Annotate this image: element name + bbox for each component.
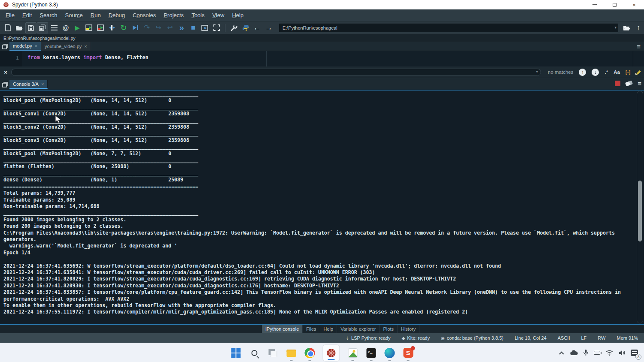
regex-toggle-icon[interactable]: .* [605,69,608,75]
kite-icon: ◆ [402,336,405,341]
working-directory-input[interactable] [279,24,618,32]
hidden-icons-chevron-icon[interactable] [559,351,564,356]
close-tab-icon[interactable]: × [84,44,87,49]
continue-execution-icon[interactable]: » [176,22,187,33]
tab-ipython-console[interactable]: IPython console [262,325,303,333]
run-external-icon[interactable] [199,22,210,33]
spyder-taskbar-icon[interactable] [323,345,340,361]
search-input[interactable] [11,69,541,76]
tab-youtube-video-py[interactable]: youtube_video.py × [41,42,91,51]
find-symbols-icon[interactable]: @ [60,22,71,33]
menu-source[interactable]: Source [61,10,87,20]
minimize-button[interactable] [585,0,605,9]
menu-debug[interactable]: Debug [105,10,129,20]
notification-count-badge[interactable]: 3 [635,354,641,360]
clear-console-icon[interactable] [625,81,633,87]
close-find-icon[interactable]: × [0,69,11,75]
line-ending: LF [581,335,586,341]
menu-edit[interactable]: Edit [18,10,36,20]
chrome-icon[interactable] [305,348,315,358]
save-file-icon[interactable] [25,22,36,33]
edge-icon[interactable] [385,348,395,358]
debug-file-icon[interactable] [130,22,141,33]
browse-tabs-icon[interactable] [0,80,9,89]
whole-word-toggle-icon[interactable]: [-] [626,69,631,75]
terminal-icon[interactable]: >_ [366,348,377,358]
find-bar: × ▾ no matches ↑ ↓ .* Aa [-] [0,66,644,78]
outline-icon[interactable] [49,22,60,33]
close-button[interactable]: × [624,0,644,9]
menu-help[interactable]: Help [228,10,247,20]
tab-plots[interactable]: Plots [380,325,397,333]
editor-options-icon[interactable]: ≡ [637,43,641,50]
search-icon[interactable] [249,348,260,358]
menu-file[interactable]: File [2,10,18,20]
menu-tools[interactable]: Tools [188,10,208,20]
screen: { "window": { "title": "Spyder (Python 3… [0,0,644,362]
s-app-icon[interactable]: S [403,348,413,358]
tab-files[interactable]: Files [303,325,320,333]
rerun-icon[interactable]: ↻ [118,22,129,33]
run-cell-icon[interactable] [83,22,94,33]
find-next-icon[interactable]: ↓ [592,69,599,76]
tab-label: Console 3/A [13,81,39,87]
ipython-console-output[interactable]: ________________________________________… [0,90,644,325]
save-all-icon[interactable] [37,22,48,33]
start-button-icon[interactable] [231,348,241,358]
onedrive-cloud-icon[interactable] [570,350,578,356]
menu-projects[interactable]: Projects [160,10,188,20]
notification-dot [410,346,415,350]
highlight-matches-icon[interactable] [635,69,641,75]
forward-icon[interactable]: → [263,22,274,33]
console-scrollbar[interactable] [637,91,643,323]
preferences-wrench-icon[interactable] [228,22,240,33]
step-out-icon[interactable]: ↩ [164,22,176,33]
tab-help[interactable]: Help [320,325,337,333]
status-bar: ⇣LSP Python: ready ◆Kite: ready ◉conda: … [0,333,644,343]
parent-directory-icon[interactable]: ↑ [633,22,644,33]
maximize-button[interactable] [605,0,624,9]
maximize-pane-icon[interactable] [211,22,222,33]
run-selection-icon[interactable] [106,22,118,33]
wifi-icon[interactable] [606,350,613,356]
find-previous-icon[interactable]: ↑ [579,69,586,76]
browse-directory-icon[interactable] [621,22,632,33]
open-file-icon[interactable] [14,22,25,33]
new-file-icon[interactable] [2,22,13,33]
console-options-icon[interactable]: ≡ [638,80,641,87]
menu-search[interactable]: Search [36,10,61,20]
file-permissions: RW [598,335,605,341]
tab-model-py[interactable]: model.py × [9,42,41,51]
tab-variable-explorer[interactable]: Variable explorer [337,325,380,333]
system-tray [561,343,638,362]
microphone-icon[interactable] [583,350,588,356]
tab-console-3a[interactable]: Console 3/A × [9,80,48,89]
task-view-icon[interactable] [268,348,278,358]
image-editor-icon[interactable] [348,348,358,358]
run-file-icon[interactable]: ▶ [72,22,83,33]
volume-icon[interactable] [619,350,625,356]
chevron-down-icon[interactable]: ▾ [536,69,538,74]
step-into-icon[interactable]: ↪ [153,22,164,33]
case-sensitive-toggle-icon[interactable]: Aa [614,69,620,75]
run-cell-advance-icon[interactable] [95,22,106,33]
menu-run[interactable]: Run [87,10,105,20]
close-tab-icon[interactable]: × [35,43,37,48]
browse-tabs-icon[interactable] [0,42,9,51]
scrollbar-thumb[interactable] [638,181,642,241]
close-tab-icon[interactable]: × [41,81,44,87]
window-controls: × [585,0,644,9]
chevron-down-icon[interactable]: ▾ [614,25,617,30]
file-explorer-icon[interactable] [286,348,297,358]
back-icon[interactable]: ← [252,22,263,33]
kite-status: ◆Kite: ready [402,335,430,341]
code-editor[interactable]: 1 from keras.layers import Dense, Flatte… [0,51,644,66]
conda-env-status[interactable]: ◉conda: base (Python 3.8.5) [441,335,504,341]
python-path-icon[interactable] [240,22,251,33]
battery-icon[interactable] [594,351,600,355]
menu-consoles[interactable]: Consoles [129,10,160,20]
tab-history[interactable]: History [398,325,419,333]
menu-view[interactable]: View [208,10,228,20]
step-over-icon[interactable]: ↷ [141,22,152,33]
stop-debug-icon[interactable]: ■ [188,22,199,33]
